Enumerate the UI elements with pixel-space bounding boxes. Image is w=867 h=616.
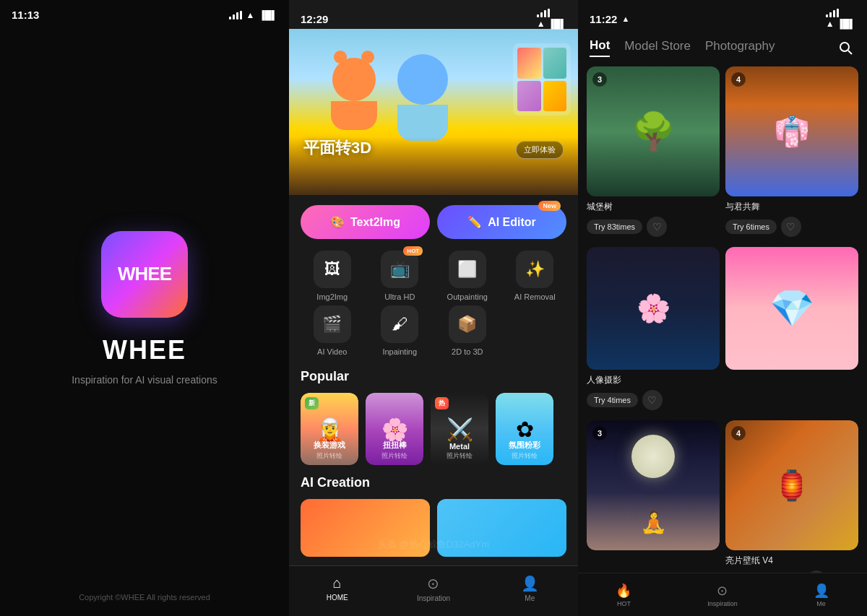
tool-2dto3d-icon-wrap: 📦 xyxy=(449,305,486,343)
tool-2dto3d[interactable]: 📦 2D to 3D xyxy=(436,305,499,356)
app-name: WHEE xyxy=(103,335,186,365)
gallery-card-2-title: 人像摄影 xyxy=(587,374,720,386)
try-btn-2[interactable]: Try 4times xyxy=(587,393,638,407)
gallery-card-5-info: 亮片壁纸 V4 Apply 1.1万 times ♡ xyxy=(725,550,858,573)
tool-outpainting[interactable]: ⬜ Outpainting xyxy=(436,251,499,301)
heart-btn-1[interactable]: ♡ xyxy=(781,217,801,237)
copyright-text: Copyright ©WHEE All rights reserved xyxy=(79,593,210,602)
gallery-card-0-inner: 🌳 3 xyxy=(587,66,720,196)
ultrahd-icon: 📺 xyxy=(390,260,410,279)
status-icons-splash: ▲ ▐█▌ xyxy=(229,10,277,20)
gallery-grid: 🌳 3 城堡树 Try 83times ♡ 👘 4 与君共舞 xyxy=(578,66,867,573)
tab-photography[interactable]: Photography xyxy=(705,39,775,56)
tool-img2img-label: Img2Img xyxy=(316,292,348,301)
gallery-card-2[interactable]: 🌸 人像摄影 Try 4times ♡ xyxy=(587,247,720,415)
popular-card-3[interactable]: ✿ 氛围粉彩 照片转绘 xyxy=(496,393,553,465)
gallery-nav-inspiration[interactable]: ⊙ Inspiration xyxy=(707,583,738,607)
ai-creation-title: AI Creation xyxy=(289,472,578,496)
status-icons-app: ▲ ▐█▌ xyxy=(537,9,566,29)
gallery-card-0[interactable]: 🌳 3 城堡树 Try 83times ♡ xyxy=(587,66,720,241)
tab-model-store[interactable]: Model Store xyxy=(624,39,691,56)
gallery-card-1-inner: 👘 4 xyxy=(725,66,858,196)
text2img-button[interactable]: 🎨 Text2Img xyxy=(301,205,430,239)
popular-card-2-sub: 照片转绘 xyxy=(431,451,488,461)
battery-icon-gallery: ▐█▌ xyxy=(837,19,855,29)
gallery-card-5-title: 亮片壁纸 V4 xyxy=(725,555,858,567)
tool-img2img[interactable]: 🖼 Img2Img xyxy=(301,251,364,301)
gallery-card-2-img: 🌸 xyxy=(587,247,720,370)
text2img-icon: 🎨 xyxy=(330,215,345,229)
airemoval-icon: ✨ xyxy=(525,260,545,279)
svg-point-0 xyxy=(840,43,849,51)
svg-line-1 xyxy=(848,51,852,54)
tools-grid: 🖼 Img2Img 📺 HOT Ultra HD ⬜ Outpainting ✨… xyxy=(289,246,578,363)
hot-nav-icon: 🔥 xyxy=(616,583,631,599)
gallery-card-0-actions: Try 83times ♡ xyxy=(587,217,720,237)
popular-card-2[interactable]: ⚔️ 热 Metal 照片转绘 xyxy=(431,393,488,465)
gallery-time: 11:22 xyxy=(590,13,617,25)
tool-2dto3d-label: 2D to 3D xyxy=(452,347,483,356)
popular-card-0[interactable]: 🧝 新 换装游戏 照片转绘 xyxy=(301,393,358,465)
gallery-card-1[interactable]: 👘 4 与君共舞 Try 6times ♡ xyxy=(725,66,858,241)
splash-panel: 11:13 ▲ ▐█▌ WHEE WHEE Inspiration for AI… xyxy=(0,0,289,616)
tool-outpainting-label: Outpainting xyxy=(447,292,488,301)
me-icon: 👤 xyxy=(521,575,539,592)
nav-inspiration[interactable]: ⊙ Inspiration xyxy=(385,575,481,602)
tool-inpainting[interactable]: 🖌 Inpainting xyxy=(368,305,432,356)
char2-decoration xyxy=(397,54,448,141)
ai-creation-card-1[interactable] xyxy=(437,499,566,557)
gallery-card-1-title: 与君共舞 xyxy=(725,201,858,213)
popular-card-0-badge: 新 xyxy=(305,397,319,409)
gallery-card-4-img: 🧘 xyxy=(587,420,720,550)
heart-btn-0[interactable]: ♡ xyxy=(647,217,667,237)
hero-badge[interactable]: 立即体验 xyxy=(516,141,564,159)
bottom-nav-app: ⌂ HOME ⊙ Inspiration 👤 Me xyxy=(289,565,578,616)
gallery-nav-me[interactable]: 👤 Me xyxy=(814,583,829,607)
gallery-card-3-info xyxy=(725,370,858,382)
gallery-time-wrap: 11:22 ▲ xyxy=(590,13,629,25)
popular-card-3-sub: 照片转绘 xyxy=(496,451,553,461)
app-logo: WHEE xyxy=(101,231,188,318)
nav-home[interactable]: ⌂ HOME xyxy=(289,575,385,602)
popular-card-0-label: 换装游戏 xyxy=(301,440,358,451)
tab-hot[interactable]: Hot xyxy=(590,38,610,57)
gallery-nav-hot[interactable]: 🔥 HOT xyxy=(616,583,631,607)
splash-time: 11:13 xyxy=(12,9,39,21)
ai-creation-card-0[interactable] xyxy=(301,499,430,557)
gallery-card-1-info: 与君共舞 Try 6times ♡ xyxy=(725,196,858,241)
signal-icon-app xyxy=(537,9,566,17)
nav-home-label: HOME xyxy=(327,594,348,602)
gallery-card-1-actions: Try 6times ♡ xyxy=(725,217,858,237)
gallery-card-0-title: 城堡树 xyxy=(587,201,720,213)
gallery-search-button[interactable] xyxy=(835,38,855,58)
tool-aivideo[interactable]: 🎬 AI Video xyxy=(301,305,364,356)
gallery-card-5[interactable]: 🏮 4 亮片壁纸 V4 Apply 1.1万 times ♡ xyxy=(725,420,858,573)
tool-ultrahd[interactable]: 📺 HOT Ultra HD xyxy=(368,251,432,301)
sticker-grid xyxy=(513,43,571,116)
tool-airemoval[interactable]: ✨ AI Removal xyxy=(504,251,567,301)
tool-ultrahd-label: Ultra HD xyxy=(384,292,415,301)
nav-me[interactable]: 👤 Me xyxy=(482,575,578,602)
popular-title: Popular xyxy=(289,363,578,390)
search-icon xyxy=(838,40,853,55)
gallery-card-4-info xyxy=(587,550,720,559)
gallery-card-4[interactable]: 🧘 3 xyxy=(587,420,720,573)
ai-editor-button[interactable]: New ✏️ AI Editor xyxy=(437,205,566,239)
hero-banner: 平面转3D 立即体验 xyxy=(289,29,578,195)
gallery-card-3[interactable]: 💎 xyxy=(725,247,858,415)
tree-decoration: 🌳 xyxy=(587,66,720,196)
popular-scroll[interactable]: 🧝 新 换装游戏 照片转绘 🌸 扭扭棒 照片转绘 ⚔️ 热 Metal 照片转绘… xyxy=(289,390,578,472)
try-btn-0[interactable]: Try 83times xyxy=(587,220,642,234)
tool-img2img-icon-wrap: 🖼 xyxy=(314,251,351,288)
status-bar-app: 12:29 ▲ ▐█▌ xyxy=(301,9,566,29)
try-btn-1[interactable]: Try 6times xyxy=(725,220,777,234)
tool-airemoval-label: AI Removal xyxy=(514,292,556,301)
heart-btn-2[interactable]: ♡ xyxy=(642,390,663,410)
action-buttons: 🎨 Text2Img New ✏️ AI Editor xyxy=(289,195,578,246)
text2img-label: Text2Img xyxy=(350,216,400,229)
home-icon: ⌂ xyxy=(333,575,342,591)
tool-airemoval-icon-wrap: ✨ xyxy=(516,251,553,288)
popular-card-1[interactable]: 🌸 扭扭棒 照片转绘 xyxy=(366,393,423,465)
tool-aivideo-icon-wrap: 🎬 xyxy=(314,305,351,343)
tool-inpainting-icon-wrap: 🖌 xyxy=(381,305,418,343)
